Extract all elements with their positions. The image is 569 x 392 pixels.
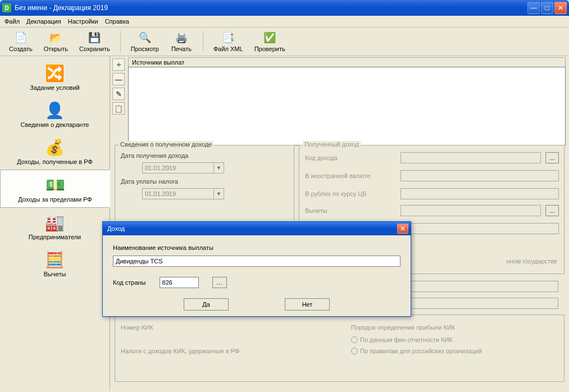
source-name-input[interactable] bbox=[113, 256, 400, 267]
kik-number-label: Номер КИК bbox=[121, 324, 153, 331]
date-tax-label: Дата уплаты налога bbox=[121, 178, 178, 185]
date-received-input[interactable] bbox=[142, 162, 214, 174]
rub-input[interactable] bbox=[400, 188, 559, 199]
code-input[interactable] bbox=[400, 152, 541, 163]
yes-button[interactable]: Да bbox=[184, 298, 229, 311]
dialog-title: Доход bbox=[105, 225, 397, 232]
income-dialog: Доход ✕ Наименование источника выплаты К… bbox=[102, 221, 411, 317]
toolbar: 📄Создать 📂Открыть 💾Сохранить 🔍Просмотр 🖨… bbox=[0, 28, 569, 56]
country-browse-button[interactable]: … bbox=[212, 277, 227, 288]
kik-order-label: Порядок определения прибыли КИК bbox=[351, 324, 455, 331]
menu-settings[interactable]: Настройки bbox=[68, 18, 98, 25]
sidebar-item-conditions[interactable]: 🔀Задание условий bbox=[0, 58, 110, 95]
extra-input-1[interactable] bbox=[400, 223, 559, 234]
country-code-label: Код страны bbox=[113, 279, 146, 286]
window-title: Без имени - Декларация 2019 bbox=[15, 4, 527, 12]
save-icon: 💾 bbox=[88, 31, 101, 44]
preview-icon: 🔍 bbox=[138, 31, 152, 44]
dialog-close-button[interactable]: ✕ bbox=[397, 224, 408, 234]
sidebar-item-income-rf[interactable]: 💰Доходы, полученные в РФ bbox=[0, 133, 110, 170]
separator bbox=[203, 31, 203, 52]
sidebar-item-income-foreign[interactable]: 💵Доходы за пределами РФ bbox=[0, 170, 110, 208]
menu-file[interactable]: Файл bbox=[4, 18, 20, 25]
separator bbox=[120, 31, 121, 52]
xml-icon: 📑 bbox=[221, 31, 235, 44]
menu-declaration[interactable]: Декларация bbox=[26, 18, 61, 25]
code-label: Код дохода bbox=[305, 154, 338, 161]
extra-input-2[interactable] bbox=[400, 281, 558, 292]
toolbar-check[interactable]: ✅Проверить bbox=[250, 30, 290, 53]
foreign-label: В иностранной валюте bbox=[305, 172, 370, 179]
dialog-titlebar[interactable]: Доход ✕ bbox=[103, 222, 411, 235]
menubar: Файл Декларация Настройки Справка bbox=[0, 16, 569, 28]
toolbar-preview[interactable]: 🔍Просмотр bbox=[126, 30, 163, 53]
remove-source-button[interactable]: — bbox=[112, 73, 125, 85]
group-label: Сведения о полученном доходе bbox=[119, 141, 213, 148]
date-tax-input[interactable] bbox=[142, 188, 214, 199]
foreign-state-label: нном государстве bbox=[507, 258, 557, 265]
conditions-icon: 🔀 bbox=[44, 63, 66, 83]
toolbar-print[interactable]: 🖨️Печать bbox=[166, 30, 197, 53]
toolbar-create[interactable]: 📄Создать bbox=[4, 30, 37, 53]
sidebar-item-deductions[interactable]: 🧮Вычеты bbox=[0, 245, 110, 282]
country-code-input[interactable] bbox=[160, 277, 199, 288]
edit-source-button[interactable]: ✎ bbox=[112, 88, 125, 100]
copy-source-button[interactable]: 📋 bbox=[112, 102, 125, 115]
open-folder-icon: 📂 bbox=[49, 31, 62, 44]
dropdown-icon[interactable]: ▼ bbox=[214, 162, 224, 174]
money-bag-icon: 💵 bbox=[44, 175, 66, 195]
deductions-input[interactable] bbox=[400, 205, 541, 216]
no-button[interactable]: Нет bbox=[285, 298, 330, 311]
new-file-icon: 📄 bbox=[14, 31, 28, 44]
deductions-label: Вычеты bbox=[305, 207, 327, 214]
source-label: Наименование источника выплаты bbox=[113, 244, 400, 251]
foreign-input[interactable] bbox=[400, 170, 559, 181]
sidebar-item-declarant[interactable]: 👤Сведения о декларанте bbox=[0, 95, 110, 133]
radio-fin-report[interactable]: По данным фин отчетности КИК bbox=[351, 336, 453, 343]
titlebar: D Без имени - Декларация 2019 — □ ✕ bbox=[0, 0, 569, 16]
menu-help[interactable]: Справка bbox=[105, 18, 129, 25]
deductions-icon: 🧮 bbox=[44, 249, 66, 270]
close-button[interactable]: ✕ bbox=[554, 2, 567, 14]
add-source-button[interactable]: ＋ bbox=[112, 58, 125, 71]
sources-panel: Источники выплат bbox=[128, 57, 566, 145]
kik-taxes-label: Налоги с доходов КИК, удержанные в РФ bbox=[121, 348, 239, 354]
app-icon: D bbox=[2, 3, 11, 12]
toolbar-save[interactable]: 💾Сохранить bbox=[75, 30, 115, 53]
coins-icon: 💰 bbox=[44, 137, 66, 157]
radio-russian-rules[interactable]: По правилам для российских организаций bbox=[351, 348, 482, 354]
dropdown-icon[interactable]: ▼ bbox=[214, 188, 224, 199]
print-icon: 🖨️ bbox=[175, 31, 188, 44]
person-icon: 👤 bbox=[44, 100, 66, 120]
minimize-button[interactable]: — bbox=[527, 2, 540, 14]
sidebar-item-entrepreneurs[interactable]: 🏭Предприниматели bbox=[0, 208, 110, 245]
maximize-button[interactable]: □ bbox=[541, 2, 553, 14]
kik-group: Информация о контролируемой иностранной … bbox=[115, 314, 565, 382]
code-browse-button[interactable]: … bbox=[545, 152, 559, 163]
rub-label: В рублях по курсу ЦБ bbox=[305, 190, 367, 197]
toolbar-xml[interactable]: 📑Файл XML bbox=[209, 30, 248, 53]
extra-input-3[interactable] bbox=[400, 298, 558, 309]
entrepreneurs-icon: 🏭 bbox=[44, 212, 66, 233]
group-label: Полученный доход bbox=[303, 141, 361, 148]
sources-list[interactable] bbox=[128, 67, 566, 145]
deductions-browse-button[interactable]: … bbox=[545, 205, 559, 216]
sidebar: 🔀Задание условий 👤Сведения о декларанте … bbox=[0, 56, 110, 391]
date-received-label: Дата получения дохода bbox=[121, 152, 188, 159]
toolbar-open[interactable]: 📂Открыть bbox=[39, 30, 72, 53]
sources-title: Источники выплат bbox=[128, 57, 566, 67]
check-icon: ✅ bbox=[263, 31, 276, 44]
